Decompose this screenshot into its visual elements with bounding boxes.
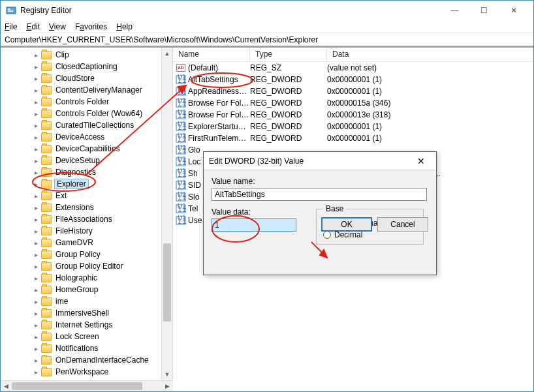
menu-favorites[interactable]: Favorites <box>75 22 107 31</box>
tree-item[interactable]: ▸Group Policy Editor <box>1 260 172 272</box>
tree-item[interactable]: ▸GameDVR <box>1 237 172 249</box>
tree-item[interactable]: ▸Internet Settings <box>1 319 172 331</box>
chevron-right-icon[interactable]: ▸ <box>32 286 40 294</box>
tree-item[interactable]: ▸DeviceSetup <box>1 155 172 166</box>
chevron-right-icon[interactable]: ▸ <box>32 169 40 176</box>
list-row[interactable]: 011110Browse For Fold...REG_DWORD0x00000… <box>173 97 533 109</box>
chevron-right-icon[interactable]: ▸ <box>32 110 40 117</box>
chevron-right-icon[interactable]: ▸ <box>32 263 40 270</box>
reg-binary-icon: 011110 <box>176 168 186 179</box>
chevron-right-icon[interactable]: ▸ <box>32 275 40 282</box>
chevron-right-icon[interactable]: ▸ <box>32 357 40 364</box>
tree-item[interactable]: ▸FileAssociations <box>1 213 172 225</box>
menu-edit[interactable]: Edit <box>26 22 40 31</box>
tree-item[interactable]: ▸ClosedCaptioning <box>1 61 172 72</box>
minimize-button[interactable]: — <box>440 1 469 20</box>
col-type[interactable]: Type <box>250 48 327 61</box>
value-name-input[interactable] <box>212 188 427 201</box>
tree-item[interactable]: ▸Controls Folder <box>1 96 172 108</box>
menu-help[interactable]: Help <box>116 22 133 31</box>
list-row[interactable]: 011110FirstRunTelemet...REG_DWORD0x00000… <box>173 132 533 144</box>
col-data[interactable]: Data <box>327 48 533 61</box>
tree-item[interactable]: ▸DeviceAccess <box>1 131 172 143</box>
row-type: REG_DWORD <box>250 98 327 108</box>
list-row[interactable]: 011110AltTabSettingsREG_DWORD0x00000001 … <box>173 74 533 85</box>
chevron-right-icon[interactable]: ▸ <box>32 333 40 340</box>
chevron-right-icon[interactable]: ▸ <box>32 192 40 200</box>
svg-rect-2 <box>8 10 13 12</box>
ok-button[interactable]: OK <box>321 217 372 232</box>
chevron-right-icon[interactable]: ▸ <box>32 122 40 129</box>
tree-hscroll[interactable]: ◀ ▶ <box>1 380 173 391</box>
folder-icon <box>41 321 52 329</box>
col-name[interactable]: Name <box>173 48 250 61</box>
list-row[interactable]: 011110ExplorerStartupT...REG_DWORD0x0000… <box>173 121 533 132</box>
list-row[interactable]: ab(Default)REG_SZ(value not set) <box>173 62 533 74</box>
row-name: FirstRunTelemet... <box>188 134 250 143</box>
chevron-right-icon[interactable]: ▸ <box>32 134 40 141</box>
tree-item[interactable]: ▸Lock Screen <box>1 331 172 342</box>
scroll-thumb[interactable] <box>163 243 171 322</box>
reg-binary-icon: 011110 <box>176 74 186 85</box>
tree-item[interactable]: ▸Diagnostics <box>1 166 172 178</box>
reg-binary-icon: 011110 <box>176 98 186 108</box>
dialog-close-button[interactable]: ✕ <box>411 156 431 166</box>
chevron-right-icon[interactable]: ▸ <box>32 228 40 235</box>
chevron-right-icon[interactable]: ▸ <box>32 298 40 305</box>
cancel-button[interactable]: Cancel <box>377 217 428 232</box>
tree-item[interactable]: ▸Clip <box>1 49 172 61</box>
reg-binary-icon: 011110 <box>176 145 186 155</box>
tree-item[interactable]: ▸Holographic <box>1 272 172 284</box>
chevron-right-icon[interactable]: ▸ <box>32 145 40 153</box>
titlebar: Registry Editor — ☐ ✕ <box>1 1 533 20</box>
chevron-right-icon[interactable]: ▸ <box>32 310 40 317</box>
chevron-right-icon[interactable]: ▸ <box>32 52 40 59</box>
hscroll-thumb[interactable] <box>12 382 142 390</box>
radio-dec[interactable] <box>323 231 331 239</box>
tree-item[interactable]: ▸Group Policy <box>1 249 172 260</box>
chevron-right-icon[interactable]: ▸ <box>32 181 40 188</box>
chevron-right-icon[interactable]: ▸ <box>32 345 40 352</box>
tree-item[interactable]: ▸Extensions <box>1 202 172 213</box>
chevron-right-icon[interactable]: ▸ <box>32 98 40 106</box>
menu-file[interactable]: File <box>5 22 17 31</box>
tree-item[interactable]: ▸ime <box>1 295 172 307</box>
list-row[interactable]: 011110Browse For Fold...REG_DWORD0x00000… <box>173 109 533 121</box>
chevron-right-icon[interactable]: ▸ <box>32 239 40 247</box>
value-data-input[interactable] <box>212 219 296 232</box>
scroll-down-icon[interactable]: ▼ <box>162 369 172 380</box>
folder-icon <box>41 250 52 259</box>
chevron-right-icon[interactable]: ▸ <box>32 157 40 164</box>
chevron-right-icon[interactable]: ▸ <box>32 251 40 258</box>
row-name: ExplorerStartupT... <box>188 122 250 131</box>
tree-item[interactable]: ▸ImmersiveShell <box>1 307 172 319</box>
chevron-right-icon[interactable]: ▸ <box>32 63 40 70</box>
tree-item[interactable]: ▸FileHistory <box>1 225 172 237</box>
tree-item[interactable]: ▸DeviceCapabilities <box>1 143 172 155</box>
close-button[interactable]: ✕ <box>499 1 528 20</box>
tree-item[interactable]: ▸Notifications <box>1 342 172 354</box>
tree-item[interactable]: ▸HomeGroup <box>1 284 172 295</box>
tree-item[interactable]: ▸CuratedTileCollections <box>1 119 172 131</box>
tree-item[interactable]: ▸PenWorkspace <box>1 366 172 378</box>
tree-vscroll[interactable]: ▲ ▼ <box>161 48 172 380</box>
scroll-right-icon[interactable]: ▶ <box>162 383 173 389</box>
list-row[interactable]: 011110AppReadinessLo...REG_DWORD0x000000… <box>173 85 533 97</box>
chevron-right-icon[interactable]: ▸ <box>32 216 40 223</box>
tree-item[interactable]: ▸CloudStore <box>1 72 172 84</box>
chevron-right-icon[interactable]: ▸ <box>32 204 40 211</box>
scroll-left-icon[interactable]: ◀ <box>1 383 12 389</box>
tree-item[interactable]: ▸Ext <box>1 190 172 202</box>
scroll-up-icon[interactable]: ▲ <box>162 48 172 59</box>
chevron-right-icon[interactable]: ▸ <box>32 75 40 82</box>
chevron-right-icon[interactable]: ▸ <box>32 87 40 94</box>
chevron-right-icon[interactable]: ▸ <box>32 369 40 376</box>
tree-item[interactable]: ▸OnDemandInterfaceCache <box>1 354 172 366</box>
maximize-button[interactable]: ☐ <box>469 1 499 20</box>
chevron-right-icon[interactable]: ▸ <box>32 322 40 329</box>
tree-item[interactable]: ▸Controls Folder (Wow64) <box>1 108 172 119</box>
tree-item[interactable]: ▸ContentDeliveryManager <box>1 84 172 96</box>
tree-item[interactable]: ▸Explorer <box>1 178 172 190</box>
address-bar[interactable]: Computer\HKEY_CURRENT_USER\Software\Micr… <box>1 33 533 48</box>
menu-view[interactable]: View <box>49 22 66 31</box>
